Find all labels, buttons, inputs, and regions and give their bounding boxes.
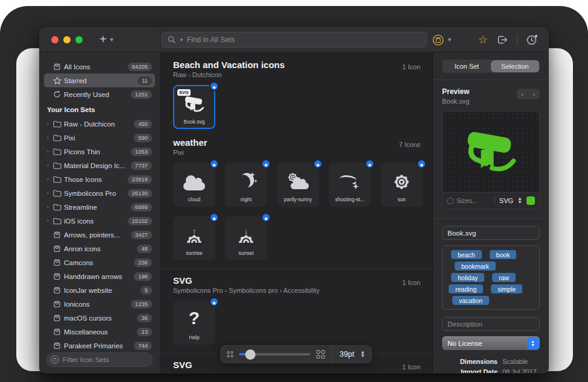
tag-beach[interactable]: beach [451,250,482,259]
search-input[interactable]: ▼ Find in All Sets [162,32,427,48]
icon-tile-sun[interactable]: sun★ [381,163,423,207]
tile-grid: SVG Book.svg★ [173,85,426,129]
activity-button[interactable] [526,34,538,45]
format-badge: SVG [177,89,191,96]
add-button[interactable]: + ▼ [100,33,115,46]
sidebar-item-streamline[interactable]: ›Streamline6689 [44,200,155,214]
starred-badge-icon[interactable]: ★ [209,159,219,169]
sidebar-item-macos-cursors[interactable]: macOS cursors36 [44,311,155,325]
starred-badge-icon[interactable]: ★ [209,81,219,91]
disclosure-chevron-icon[interactable]: › [47,163,53,168]
icon-tile-label: sun [384,196,420,202]
disclosure-chevron-icon[interactable]: › [47,135,53,140]
disclosure-chevron-icon[interactable]: › [47,149,53,154]
disclosure-chevron-icon[interactable]: › [47,204,53,210]
license-select[interactable]: No License ▲▼ [442,336,540,350]
sidebar-item-handdrawn-arrows[interactable]: Handdrawn arrows196 [44,269,155,283]
icon-tile-partly-sunny[interactable]: partly-sunny★ [277,163,319,207]
sidebar-item-camcons[interactable]: Camcons236 [44,255,155,269]
color-swatch[interactable] [526,196,535,205]
jar-icon [53,231,64,239]
count-badge: 450 [134,120,152,128]
sidebar-item-miscellaneous[interactable]: Miscellaneous13 [44,325,155,339]
disclosure-chevron-icon[interactable]: › [47,218,53,224]
sidebar-item-ios-icons[interactable]: ›iOS icons15102 [44,214,155,228]
folder-icon [53,204,64,211]
icon-tile-sunset[interactable]: ↓sunset★ [225,216,267,260]
starred-badge-icon[interactable]: ★ [209,297,219,307]
tag-vacation[interactable]: vacation [452,296,489,305]
description-field[interactable]: Description [442,317,540,331]
export-button[interactable] [497,35,508,45]
sidebar-item-starred[interactable]: Starred11 [44,74,155,87]
sidebar-item-all-icons[interactable]: All Icons84205 [44,60,155,74]
icon-tile-shooting-st[interactable]: shooting-st...★ [329,163,371,207]
disclosure-chevron-icon[interactable]: › [47,177,53,182]
starred-badge-icon[interactable]: ★ [365,159,375,169]
search-scope-chevron-icon[interactable]: ▼ [179,37,184,43]
section-icon-count: 7 Icons [399,141,420,148]
starred-badge-icon[interactable]: ★ [261,159,271,169]
jar-menu-button[interactable]: ▼ [432,34,452,46]
sidebar-item-recently-used[interactable]: Recently Used1251 [44,87,155,101]
preview-box: Sizes... SVG ▲▼ [442,111,540,209]
sidebar-item-pixi[interactable]: ›Pixi590 [44,131,155,145]
sidebar-item-arrows-pointers[interactable]: Arrows, pointers...3427 [44,228,155,242]
count-badge: 48 [137,245,152,253]
sidebar-item-picons-thin[interactable]: ›Picons Thin1053 [44,145,155,158]
size-stepper[interactable]: ▲▼ [360,351,365,358]
starred-badge-icon[interactable]: ★ [261,213,271,222]
filter-sets-input[interactable]: Filter Icon Sets [46,352,153,367]
icon-tile-book-svg[interactable]: SVG Book.svg★ [173,85,215,129]
icon-tile-sunrise[interactable]: ↑sunrise★ [173,216,215,260]
inspector-panel: Icon SetSelection Preview Book.svg ‹ › [432,52,549,373]
sidebar-item-raw-dutchicon[interactable]: ›Raw - Dutchicon450 [44,117,155,131]
jar-circle-icon [432,34,444,46]
minimize-button[interactable] [63,36,71,43]
tab-selection[interactable]: Selection [491,60,539,72]
tag-holiday[interactable]: holiday [451,273,484,282]
tag-raw[interactable]: raw [492,273,516,282]
sidebar-item-material-design-ic[interactable]: ›Material Design Ic...7737 [44,158,155,172]
icon-tile-night[interactable]: night★ [225,163,267,207]
starred-badge-icon[interactable]: ★ [417,159,426,169]
icon-size-slider[interactable] [239,353,310,355]
icon-tile-help[interactable]: ?Help★ [173,301,215,345]
preview-header: Preview Book.svg ‹ › [442,87,540,105]
next-icon-button[interactable]: › [528,89,540,99]
small-grid-icon[interactable] [227,351,233,357]
sidebar-item-anron-icons[interactable]: Anron icons48 [44,242,155,255]
filename-field[interactable]: Book.svg [442,226,540,240]
large-grid-icon[interactable] [316,350,324,359]
divider [495,196,495,205]
disclosure-chevron-icon[interactable]: › [47,121,53,127]
tag-book[interactable]: book [490,250,517,259]
count-badge: 84205 [128,63,152,71]
sizes-dropdown[interactable]: Sizes... [447,197,490,204]
icon-tile-cloud[interactable]: cloud★ [173,163,215,207]
meta-value-dimensions: Scalable [502,358,540,365]
sidebar-item-ionicons[interactable]: Ionicons1235 [44,297,155,311]
select-stepper-icon: ▲▼ [527,337,539,349]
close-button[interactable] [51,36,58,43]
tag-simple[interactable]: simple [491,284,522,293]
icon-tile-label: cloud [176,196,212,202]
slider-thumb[interactable] [245,349,255,360]
zoom-bar: 39pt ▲▼ [221,345,372,363]
sidebar-item-those-icons[interactable]: ›Those Icons23819 [44,172,155,186]
zoom-button[interactable] [75,36,83,43]
previous-icon-button[interactable]: ‹ [517,89,528,99]
jar-icon [53,63,64,70]
sidebar-item-parakeet-primaries[interactable]: Parakeet Primaries744 [44,339,155,352]
disclosure-chevron-icon[interactable]: › [47,190,53,196]
starred-badge-icon[interactable]: ★ [209,213,219,222]
sidebar-item-iconjar-website[interactable]: IconJar website5 [44,283,155,297]
tab-icon-set[interactable]: Icon Set [443,60,491,72]
tag-reading[interactable]: reading [449,284,483,293]
sidebar-item-symbolicons-pro[interactable]: ›Symbolicons Pro26130 [44,186,155,200]
star-filter-button[interactable]: ☆ [478,34,488,45]
tag-bookmark[interactable]: bookmark [455,261,496,271]
starred-badge-icon[interactable]: ★ [313,159,323,169]
preview-canvas [443,111,539,192]
format-stepper[interactable]: ▲▼ [517,197,522,204]
